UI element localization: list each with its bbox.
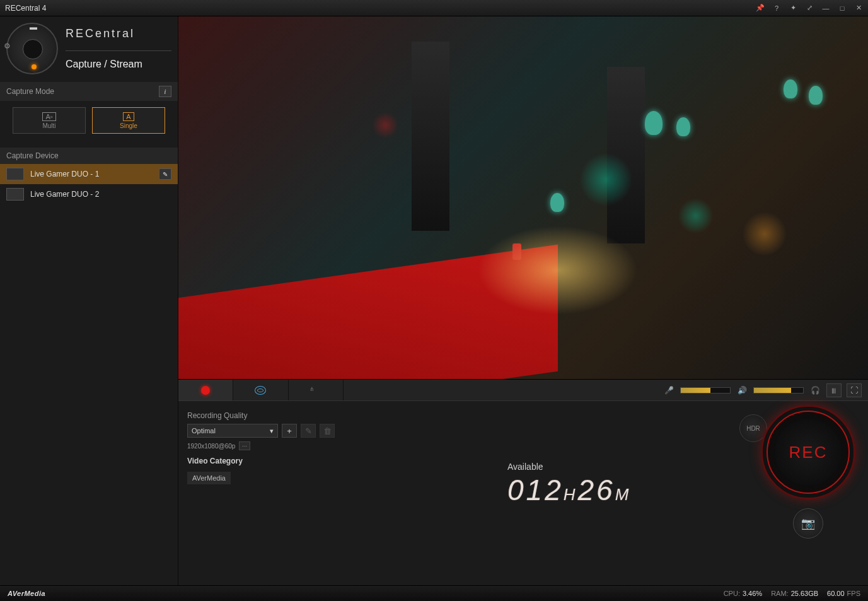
camera-icon: 📷 [801,516,815,530]
hours-unit: H [564,485,578,504]
add-preset-button[interactable]: + [282,424,297,438]
quality-selected-value: Optimal [192,427,216,435]
available-minutes: 26 [578,474,615,506]
edit-preset-button[interactable]: ✎ [301,424,316,438]
statusbar: AVerMedia CPU: 3.46% RAM: 25.63GB 60.00 … [0,585,868,601]
record-dot-icon [201,386,210,395]
tab-record[interactable] [178,380,233,400]
rec-label: REC [789,443,828,462]
minutes-unit: M [615,485,632,504]
delete-preset-button[interactable]: 🗑 [320,424,335,438]
device-item-1[interactable]: Live Gamer DUO - 1 ✎ [0,164,178,184]
capture-mode-label: Capture Mode [6,87,54,96]
window-controls: 📌 ? ✦ ⤢ — □ ✕ [756,4,863,13]
single-glyph-icon: A [123,112,134,121]
fps-value: 60.00 [827,590,845,597]
device-item-2[interactable]: Live Gamer DUO - 2 [0,184,178,204]
maximize-icon[interactable]: □ [838,4,847,13]
cpu-value: 3.46% [743,590,762,597]
pin2-icon[interactable]: ✦ [789,4,797,13]
record-button[interactable]: REC [761,405,855,499]
device-item-label: Live Gamer DUO - 1 [30,170,99,178]
mode-multi-button[interactable]: A▫ Multi [13,107,86,134]
fps-label: FPS [847,590,860,597]
tab-stream[interactable] [233,380,288,400]
minimize-icon[interactable]: — [821,4,830,13]
hdr-label: HDR [746,425,760,432]
ram-value: 25.63GB [791,590,818,597]
capture-device-header: Capture Device [0,148,178,164]
mic-meter[interactable] [680,387,731,394]
dial-indicator [32,64,37,69]
screenshot-button[interactable]: 📷 [793,508,823,539]
ram-label: RAM: [771,590,789,597]
available-time: 012H26M [507,473,631,509]
device-thumb-icon [6,188,24,201]
headphone-icon[interactable]: 🎧 [809,384,821,397]
titlebar: RECentral 4 📌 ? ✦ ⤢ — □ ✕ [0,0,868,16]
available-label: Available [507,462,631,472]
mic-icon[interactable]: 🎤 [663,384,675,397]
mode-multi-label: Multi [42,122,55,129]
capture-device-label: Capture Device [6,151,59,160]
recording-quality-label: Recording Quality [187,411,335,420]
resolution-text: 1920x1080@60p [187,443,235,450]
brand-logo: RECentral [66,27,171,40]
close-icon[interactable]: ✕ [854,4,863,13]
speaker-icon[interactable]: 🔊 [736,384,748,397]
footer-brand: AVerMedia [8,590,45,597]
chevron-down-icon: ▾ [270,427,274,435]
mode-dial[interactable]: ▬ ⚙ [6,23,58,74]
quality-select[interactable]: Optimal ▾ [187,424,278,438]
mode-single-label: Single [120,122,137,129]
info-button[interactable]: i [159,86,171,97]
available-hours: 012 [507,474,564,506]
mode-single-button[interactable]: A Single [92,107,165,134]
video-preview[interactable] [178,16,868,380]
mixer-button[interactable]: ⫼ [826,383,842,397]
multistream-icon: ⋔ [310,386,322,395]
video-category-value[interactable]: AVerMedia [187,472,231,484]
broadcast-icon [255,386,266,395]
pin-icon[interactable]: 📌 [756,4,765,13]
gear-icon: ⚙ [4,42,29,67]
tab-multistream[interactable]: ⋔ [289,380,344,400]
device-item-label: Live Gamer DUO - 2 [30,190,99,199]
speaker-meter[interactable] [753,387,804,394]
app-title: RECentral 4 [5,4,756,13]
device-thumb-icon [6,168,24,180]
help-icon[interactable]: ? [772,4,781,13]
sidebar: ▬ ⚙ RECentral Capture / Stream Capture M… [0,16,178,585]
expand-icon[interactable]: ⤢ [805,4,814,13]
cpu-label: CPU: [724,590,740,597]
multi-glyph-icon: A▫ [42,112,55,121]
fullscreen-button[interactable]: ⛶ [847,383,862,397]
page-title: Capture / Stream [66,50,171,70]
capture-mode-header: Capture Mode i [0,82,178,101]
resolution-more-button[interactable]: ⋯ [239,441,250,450]
pencil-icon[interactable]: ✎ [159,168,171,180]
video-category-label: Video Category [187,457,335,465]
